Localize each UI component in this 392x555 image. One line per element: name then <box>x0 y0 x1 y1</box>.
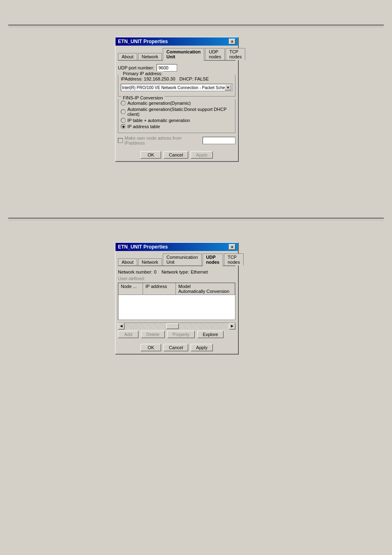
network-number-label: Network number: <box>118 269 152 274</box>
explore-button[interactable]: Explore <box>197 331 223 338</box>
dhcp-label: DHCP: FALSE <box>180 76 209 81</box>
dialog1-buttons: OK Cancel Apply <box>118 149 235 159</box>
col-model-label: Model <box>178 284 232 289</box>
dialog1-ok-button[interactable]: OK <box>141 151 161 159</box>
dialog2-close-button[interactable]: × <box>229 244 235 250</box>
user-defined-label: User-defined: <box>118 276 145 281</box>
dialog-communication-unit: ETN_UNIT Properties × About Network Comm… <box>115 37 238 161</box>
dialog1-title: ETN_UNIT Properties <box>118 39 168 44</box>
tab-network-2[interactable]: Network <box>138 258 162 265</box>
tab-udp-nodes-2[interactable]: UDP nodes <box>203 253 223 266</box>
radio-row-0: Automatic generation(Dynamic) <box>121 101 233 106</box>
property-button[interactable]: Property <box>167 331 195 338</box>
network-info-row: Network number: 0 Network type: Ethernet <box>118 269 235 274</box>
make-own-node-checkbox[interactable] <box>118 138 123 143</box>
col-node: Node ... <box>118 283 143 295</box>
udp-port-label: UDP port number: <box>118 65 154 70</box>
radio-row-2: IP table + automatic generation <box>121 118 233 123</box>
dialog2-titlebar: ETN_UNIT Properties × <box>115 243 238 251</box>
radio-row-1: Automatic generation(Static:Donot suppor… <box>121 107 233 117</box>
dialog-udp-nodes: ETN_UNIT Properties × About Network Comm… <box>115 242 238 354</box>
radio-ip-table-auto[interactable] <box>121 118 126 123</box>
tab-communication-unit-1[interactable]: Communication Unit <box>163 48 204 61</box>
checkbox-input[interactable] <box>203 137 235 144</box>
add-button[interactable]: Add <box>118 331 138 338</box>
radio-label-0: Automatic generation(Dynamic) <box>127 101 191 106</box>
primary-ip-group: Primary IP address: IPAddress: 192.168.2… <box>118 75 235 97</box>
delete-button[interactable]: Delete <box>141 331 165 338</box>
fins-ip-title: FINS-IP Conversion <box>122 95 164 100</box>
checkbox-label: Make own node adress from IPaddress <box>125 136 201 145</box>
tab-network-1[interactable]: Network <box>138 53 162 60</box>
radio-label-1: Automatic generation(Static:Donot suppor… <box>127 107 233 117</box>
radio-auto-dynamic[interactable] <box>121 101 126 106</box>
tab-about-1[interactable]: About <box>118 53 137 60</box>
radio-ip-address-table[interactable] <box>121 124 126 129</box>
network-number-value: 0 <box>154 269 157 274</box>
tab-communication-unit-2[interactable]: Communication Unit <box>163 253 201 265</box>
fins-ip-group: FINS-IP Conversion Automatic generation(… <box>118 99 235 133</box>
dialog1-tabs: About Network Communication Unit UDP nod… <box>118 48 235 61</box>
network-type-label: Network type: <box>161 269 189 274</box>
horizontal-scrollbar[interactable]: ◀ ▶ <box>118 322 235 329</box>
dialog2-buttons: OK Cancel Apply <box>118 341 235 351</box>
tab-tcp-nodes-1[interactable]: TCP nodes <box>226 48 245 60</box>
dialog1-titlebar: ETN_UNIT Properties × <box>115 37 238 46</box>
mid-divider <box>8 218 384 220</box>
col-ip: IP address <box>143 283 176 295</box>
udp-port-row: UDP port number: <box>118 64 235 71</box>
checkbox-row: Make own node adress from IPaddress <box>118 136 235 145</box>
network-adapter-text: Intel(R) PRO/100 VE Network Connection -… <box>122 85 225 90</box>
ip-address-row: IPAddress: 192.168.250.30 DHCP: FALSE <box>121 76 233 81</box>
dialog1-close-button[interactable]: × <box>229 39 235 44</box>
table-body <box>118 295 235 320</box>
ip-address-label: IPAddress: 192.168.250.30 <box>121 76 175 81</box>
dialog1-cancel-button[interactable]: Cancel <box>164 151 188 159</box>
udp-port-input[interactable] <box>157 64 177 71</box>
dialog2-tabs: About Network Communication Unit UDP nod… <box>118 253 235 266</box>
dialog2-apply-button[interactable]: Apply <box>191 344 213 351</box>
tab-udp-nodes-1[interactable]: UDP nodes <box>205 48 225 60</box>
primary-ip-title: Primary IP address: <box>122 71 164 76</box>
dialog1-apply-button[interactable]: Apply <box>191 151 213 159</box>
dialog2-cancel-button[interactable]: Cancel <box>164 344 188 351</box>
scroll-thumb[interactable] <box>166 323 179 329</box>
network-type-value: Ethernet <box>191 269 208 274</box>
dropdown-arrow-icon: ▼ <box>225 85 231 90</box>
table-header: Node ... IP address Model Automatically … <box>118 283 235 295</box>
page-background: ETN_UNIT Properties × About Network Comm… <box>0 0 392 555</box>
col-auto-conversion-label: Automatically Conversion <box>178 289 232 294</box>
user-defined-row: User-defined: <box>118 276 235 281</box>
dialog2-title: ETN_UNIT Properties <box>118 244 168 250</box>
radio-auto-static[interactable] <box>121 109 126 114</box>
top-divider <box>8 25 384 27</box>
dialog2-ok-button[interactable]: OK <box>141 344 161 351</box>
radio-row-3: IP address table <box>121 124 233 129</box>
network-adapter-dropdown[interactable]: Intel(R) PRO/100 VE Network Connection -… <box>121 84 233 91</box>
radio-label-2: IP table + automatic generation <box>127 118 190 123</box>
col-model-auto: Model Automatically Conversion <box>176 283 235 295</box>
tab-tcp-nodes-2[interactable]: TCP nodes <box>224 253 244 265</box>
scroll-track[interactable] <box>125 323 229 329</box>
scroll-right-button[interactable]: ▶ <box>229 323 235 329</box>
radio-label-3: IP address table <box>127 124 160 129</box>
udp-nodes-table: Node ... IP address Model Automatically … <box>118 283 235 320</box>
tab-about-2[interactable]: About <box>118 258 137 265</box>
scroll-left-button[interactable]: ◀ <box>118 323 125 329</box>
action-buttons-row: Add Delete Property Explore <box>118 331 235 338</box>
